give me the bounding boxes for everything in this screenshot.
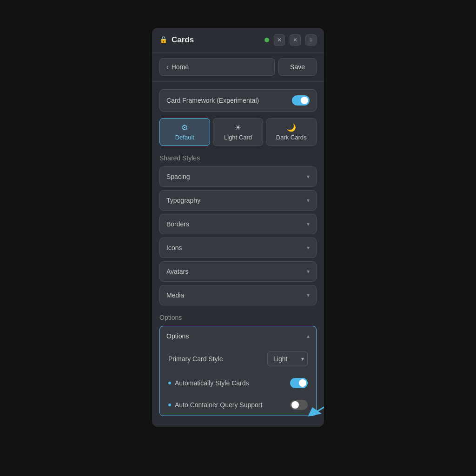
accordion-borders-label: Borders (166, 220, 189, 228)
auto-container-query-label: Auto Container Query Support (168, 401, 262, 409)
gear-icon: ⚙ (181, 123, 188, 132)
moon-icon: 🌙 (287, 123, 296, 132)
edit-button[interactable]: ✕ (274, 34, 285, 46)
accordion-avatars[interactable]: Avatars ▾ (159, 261, 317, 282)
nav-bar: ‹ Home Save (152, 53, 324, 82)
accordion-icons-label: Icons (166, 244, 182, 251)
segment-light-label: Light Card (224, 134, 252, 141)
accordion-spacing[interactable]: Spacing ▾ (159, 166, 317, 187)
panel-title: Cards (172, 35, 264, 45)
options-section: Options Options ▴ Primary Card Style Lig… (159, 314, 317, 416)
save-button[interactable]: Save (278, 58, 317, 76)
menu-button[interactable]: ≡ (305, 34, 317, 46)
segment-dark-label: Dark Cards (276, 134, 307, 141)
chevron-down-icon: ▾ (307, 221, 310, 227)
chevron-down-icon: ▾ (307, 268, 310, 275)
accordion-avatars-label: Avatars (166, 268, 188, 275)
title-bar-controls: ✕ ✕ ≡ (264, 34, 317, 46)
accordion-typography[interactable]: Typography ▾ (159, 190, 317, 211)
sun-icon: ☀ (235, 123, 241, 132)
primary-card-style-select-wrapper: Light Dark Default (267, 351, 308, 366)
title-bar: 🔒 Cards ✕ ✕ ≡ (152, 28, 324, 53)
main-panel: 🔒 Cards ✕ ✕ ≡ ‹ Home Save Card Framework… (152, 28, 324, 427)
card-framework-toggle[interactable] (292, 95, 310, 106)
chevron-down-icon: ▾ (307, 173, 310, 180)
options-expanded-label: Options (166, 332, 189, 340)
options-expanded-accordion: Options ▴ Primary Card Style Light Dark … (159, 326, 317, 416)
chevron-up-icon: ▴ (307, 333, 310, 339)
chevron-down-icon: ▾ (307, 245, 310, 251)
auto-style-cards-label: Automatically Style Cards (168, 379, 249, 387)
options-heading: Options (159, 314, 317, 321)
card-framework-toggle-row: Card Framework (Experimental) (159, 89, 317, 112)
card-style-segments: ⚙ Default ☀ Light Card 🌙 Dark Cards (159, 118, 317, 146)
close-button[interactable]: ✕ (290, 34, 301, 46)
auto-container-dot (168, 403, 171, 406)
auto-container-query-row: Auto Container Query Support (166, 394, 310, 416)
content-area: Card Framework (Experimental) ⚙ Default … (152, 82, 324, 427)
segment-default-label: Default (175, 134, 194, 141)
options-expanded-header[interactable]: Options ▴ (166, 326, 310, 346)
accordion-typography-label: Typography (166, 197, 200, 204)
accordion-media[interactable]: Media ▾ (159, 285, 317, 305)
chevron-left-icon: ‹ (166, 63, 169, 71)
primary-card-style-select[interactable]: Light Dark Default (267, 351, 308, 366)
accordion-borders[interactable]: Borders ▾ (159, 214, 317, 234)
card-framework-label: Card Framework (Experimental) (166, 97, 259, 104)
auto-style-cards-toggle[interactable] (290, 378, 308, 388)
accordion-media-label: Media (166, 291, 184, 299)
chevron-down-icon: ▾ (307, 197, 310, 204)
segment-default[interactable]: ⚙ Default (159, 118, 210, 146)
segment-light-card[interactable]: ☀ Light Card (213, 118, 264, 146)
primary-card-style-label: Primary Card Style (168, 355, 223, 363)
auto-style-dot (168, 382, 171, 384)
auto-style-cards-row: Automatically Style Cards (166, 372, 310, 394)
chevron-down-icon: ▾ (307, 292, 310, 298)
home-button[interactable]: ‹ Home (159, 58, 275, 76)
accordion-icons[interactable]: Icons ▾ (159, 238, 317, 258)
primary-card-style-row: Primary Card Style Light Dark Default (166, 346, 310, 372)
status-dot (264, 38, 269, 42)
segment-dark-cards[interactable]: 🌙 Dark Cards (266, 118, 317, 146)
shared-styles-heading: Shared Styles (159, 154, 317, 162)
panel-icon: 🔒 (159, 36, 168, 44)
accordion-spacing-label: Spacing (166, 173, 190, 180)
auto-container-query-toggle[interactable] (290, 400, 308, 410)
